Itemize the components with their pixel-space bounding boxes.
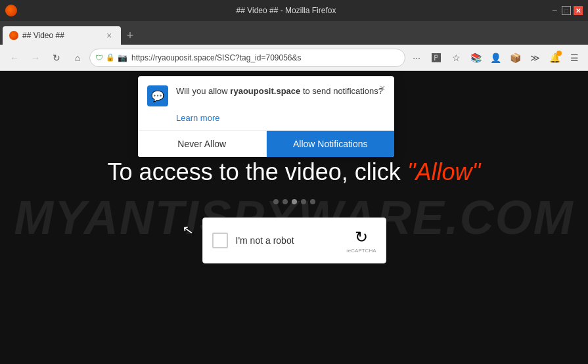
lock-icon: 🔒 [106,53,115,62]
bell-icon[interactable]: 🔔 [546,49,563,66]
tab-close-button[interactable]: × [104,30,114,41]
url-text: https://ryaouposit.space/SISC?tag_id=709… [131,53,399,62]
window-controls: − □ ✕ [550,6,583,15]
recaptcha-brand: reCAPTCHA [346,248,376,254]
dot-2 [283,199,288,204]
dot-5 [310,199,315,204]
menu-button[interactable]: ☰ [566,49,583,66]
dots-row [273,199,315,204]
address-bar[interactable]: 🛡 🔒 📷 https://ryaouposit.space/SISC?tag_… [89,49,405,67]
click-text-prefix: To access to the video, click [108,158,407,185]
never-allow-button[interactable]: Never Allow [138,131,267,157]
dot-1 [273,199,279,204]
back-button[interactable]: ← [5,49,24,67]
new-tab-button[interactable]: + [121,26,139,45]
refresh-button[interactable]: ↻ [47,49,66,67]
sync-icon[interactable]: 👤 [487,49,504,66]
forward-button[interactable]: → [26,49,45,67]
minimize-button[interactable]: − [550,6,559,15]
maximize-button[interactable]: □ [562,6,571,15]
home-button[interactable]: ⌂ [68,49,87,67]
tab-favicon [9,31,18,40]
popup-learn-more: Learn more [138,112,394,130]
firefox-icon [5,5,17,16]
allow-word: "Allow" [407,158,481,185]
library-icon[interactable]: 📚 [467,49,484,66]
recaptcha-label: I'm not a robot [236,235,339,246]
tab-title: ## Video ## [22,31,100,40]
bookmark-icon[interactable]: ☆ [447,49,464,66]
chat-icon: 💬 [147,85,168,106]
popup-header: 💬 Will you allow ryaouposit.space to sen… [138,76,394,112]
allow-notifications-button[interactable]: Allow Notifications [267,131,395,157]
learn-more-link[interactable]: Learn more [176,113,219,123]
notification-popup: 💬 Will you allow ryaouposit.space to sen… [138,76,394,157]
security-icon: 🛡 [95,53,103,62]
window-title: ## Video ## - Mozilla Firefox [22,6,550,15]
active-tab[interactable]: ## Video ## × [3,26,121,45]
message-suffix: to send notifications? [300,86,383,96]
recaptcha-checkbox[interactable] [212,233,228,248]
center-content: To access to the video, click "Allow" I'… [108,158,481,263]
click-text: To access to the video, click "Allow" [108,158,481,186]
popup-close-button[interactable]: × [376,81,389,95]
more-button[interactable]: ··· [408,49,425,66]
recaptcha-logo: ↻ reCAPTCHA [346,228,376,254]
title-bar: ## Video ## - Mozilla Firefox − □ ✕ [0,0,588,21]
message-domain: ryaouposit.space [230,86,300,96]
popup-buttons: Never Allow Allow Notifications [138,130,394,157]
dot-4 [301,199,306,204]
content-area: MYANTISPYWARE.COM To access to the video… [0,71,588,364]
expand-icon[interactable]: ≫ [526,49,543,66]
navigation-bar: ← → ↻ ⌂ 🛡 🔒 📷 https://ryaouposit.space/S… [0,45,588,71]
tab-bar: ## Video ## × + [0,21,588,45]
dot-3 [292,199,297,204]
toolbar-icons: ··· 🅿 ☆ 📚 👤 📦 ≫ 🔔 ☰ [408,49,583,66]
recaptcha-icon: ↻ [355,228,368,246]
camera-icon: 📷 [118,53,127,62]
recaptcha-box[interactable]: I'm not a robot ↻ reCAPTCHA [202,217,386,263]
container-icon[interactable]: 📦 [507,49,524,66]
pocket-icon[interactable]: 🅿 [428,49,445,66]
message-prefix: Will you allow [176,86,230,96]
notification-badge [556,51,562,56]
popup-message: Will you allow ryaouposit.space to send … [176,85,385,97]
close-button[interactable]: ✕ [574,6,583,15]
